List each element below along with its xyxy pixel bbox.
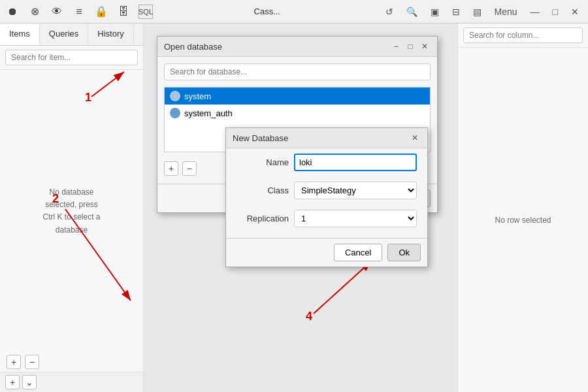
left-bottom-bar: + − (0, 352, 143, 372)
new-db-modal-title: New Database (233, 133, 288, 143)
left-bottom-nav: + ⌄ (0, 372, 143, 392)
menu-label[interactable]: Menu (491, 5, 521, 18)
open-db-search-input[interactable] (164, 63, 431, 80)
record-icon[interactable]: ⏺ (5, 5, 20, 19)
left-add-btn[interactable]: + (7, 355, 21, 369)
new-db-footer: Cancel Ok (226, 238, 427, 267)
right-search-box (458, 24, 588, 48)
left-nav-add-btn[interactable]: + (5, 375, 20, 389)
reload-icon[interactable]: ↺ (382, 5, 397, 18)
left-search-input[interactable] (5, 50, 138, 65)
window-close-btn[interactable]: ✕ (567, 5, 583, 18)
db-list-item-system-auth[interactable]: system_auth (165, 105, 430, 122)
open-db-close-btn[interactable]: ✕ (419, 41, 431, 52)
lock-icon[interactable]: 🔒 (94, 5, 108, 19)
name-row: Name (226, 148, 427, 176)
open-db-modal-controls: − □ ✕ (390, 41, 431, 52)
layout-icon3[interactable]: ▤ (469, 5, 485, 18)
right-search-input[interactable] (463, 27, 583, 43)
open-db-maximize-btn[interactable]: □ (404, 41, 416, 52)
name-label: Name (237, 157, 289, 167)
open-db-remove-btn[interactable]: − (182, 161, 197, 176)
cancel-button[interactable]: Cancel (334, 244, 382, 261)
tab-queries[interactable]: Queries (40, 24, 89, 45)
class-row: Class SimpleStategy NetworkTopologyStrat… (226, 176, 427, 204)
toolbar: ⏺ ⊗ 👁 ≡ 🔒 🗄 SQL Cass... ↺ 🔍 ▣ ⊟ ▤ Menu —… (0, 0, 588, 24)
no-row-message: No row selected (458, 48, 588, 392)
class-label: Class (237, 186, 289, 195)
name-input[interactable] (294, 154, 417, 171)
left-nav-chevron-btn[interactable]: ⌄ (22, 375, 37, 389)
right-panel: No row selected (457, 24, 588, 392)
open-db-modal-title: Open database (164, 42, 222, 52)
new-db-close-btn[interactable]: ✕ (409, 132, 421, 144)
minimize-btn[interactable]: — (527, 5, 544, 18)
replication-select[interactable]: 1 2 3 (294, 210, 417, 227)
open-db-modal-header: Open database − □ ✕ (157, 37, 437, 57)
layout-icon2[interactable]: ⊟ (448, 5, 464, 18)
db-name-system-auth: system_auth (184, 108, 233, 118)
left-panel: Items Queries History No database select… (0, 24, 144, 392)
search-icon[interactable]: 🔍 (402, 5, 421, 18)
open-db-add-btn[interactable]: + (164, 161, 178, 176)
new-db-modal-header: New Database ✕ (226, 128, 427, 148)
tabs-row: Items Queries History (0, 24, 143, 46)
no-db-message: No database selected, pressCtrl K to sel… (36, 186, 108, 237)
db-list-item-system[interactable]: system (165, 88, 430, 105)
database-icon[interactable]: 🗄 (116, 5, 131, 19)
maximize-btn[interactable]: □ (549, 5, 562, 18)
left-search-box (0, 46, 143, 70)
db-icon-system (170, 91, 180, 101)
db-name-system: system (184, 91, 211, 101)
app-title: Cass... (161, 7, 374, 16)
close-circle-icon[interactable]: ⊗ (27, 5, 42, 19)
ok-button[interactable]: Ok (387, 244, 421, 261)
replication-row: Replication 1 2 3 (226, 204, 427, 233)
new-db-modal: New Database ✕ Name Class SimpleStategy … (225, 127, 428, 267)
db-icon-system-auth (170, 108, 180, 118)
tab-history[interactable]: History (88, 24, 133, 45)
tab-items[interactable]: Items (0, 24, 40, 45)
left-remove-btn[interactable]: − (25, 355, 39, 369)
window-controls: ↺ 🔍 ▣ ⊟ ▤ Menu — □ ✕ (382, 5, 583, 18)
layout-icon1[interactable]: ▣ (427, 5, 443, 18)
eye-icon[interactable]: 👁 (50, 5, 64, 19)
left-content: No database selected, pressCtrl K to sel… (0, 70, 143, 352)
class-select[interactable]: SimpleStategy NetworkTopologyStrategy (294, 182, 417, 199)
open-db-minimize-btn[interactable]: − (390, 41, 402, 52)
list-icon[interactable]: ≡ (72, 5, 86, 19)
replication-label: Replication (237, 214, 289, 223)
sql-icon[interactable]: SQL (139, 5, 153, 19)
